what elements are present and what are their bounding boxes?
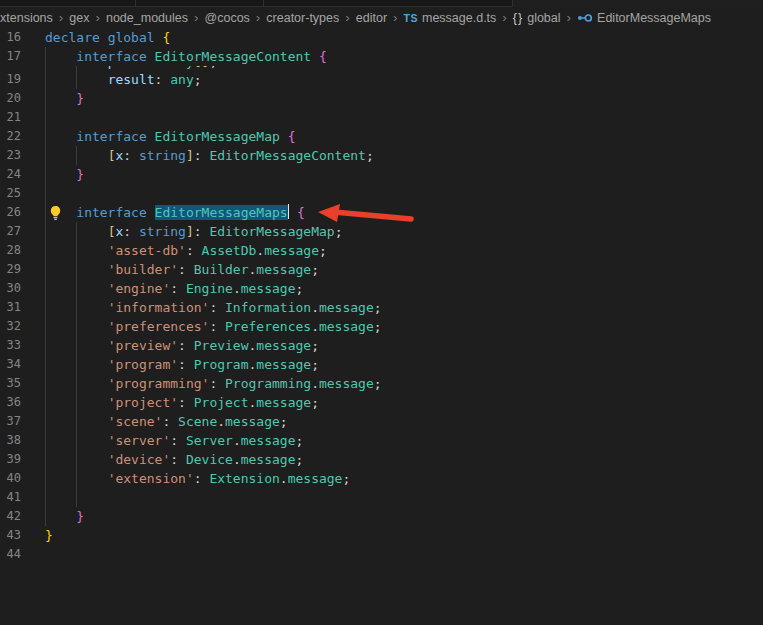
- code-text: 'extension': Extension.message;: [45, 469, 350, 488]
- line-number[interactable]: 37: [0, 412, 21, 431]
- code-line[interactable]: 43}: [0, 526, 763, 545]
- line-number[interactable]: 17: [0, 47, 21, 66]
- line-number[interactable]: 34: [0, 355, 21, 374]
- indent-guide: [76, 488, 77, 507]
- breadcrumb: xtensions›gex›node_modules›@cocos›creato…: [0, 7, 763, 28]
- breadcrumb-item--cocos[interactable]: @cocos: [204, 11, 249, 25]
- breadcrumb-label: gex: [69, 11, 89, 25]
- editor-tab[interactable]: [135, 0, 263, 7]
- line-number[interactable]: 27: [0, 222, 21, 241]
- code-line[interactable]: 30 'engine': Engine.message;: [0, 279, 763, 298]
- editor-tab[interactable]: [263, 0, 513, 7]
- line-number[interactable]: 29: [0, 260, 21, 279]
- tab-separator: [512, 0, 513, 7]
- editor-tabs: [0, 0, 513, 7]
- code-line[interactable]: 38 'server': Server.message;: [0, 431, 763, 450]
- code-line[interactable]: 28 'asset-db': AssetDb.message;: [0, 241, 763, 260]
- line-number[interactable]: 33: [0, 336, 21, 355]
- code-editor[interactable]: 16declare global {17 interface EditorMes…: [0, 28, 763, 625]
- breadcrumb-item-message-d-ts[interactable]: TSmessage.d.ts: [404, 11, 497, 25]
- code-line[interactable]: 25: [0, 184, 763, 203]
- line-number[interactable]: 21: [0, 108, 21, 127]
- code-line[interactable]: 20 }: [0, 89, 763, 108]
- line-number[interactable]: 22: [0, 127, 21, 146]
- breadcrumb-label: @cocos: [204, 11, 249, 25]
- code-text: interface EditorMessageMap {: [45, 127, 295, 146]
- line-number[interactable]: 31: [0, 298, 21, 317]
- code-text: [x: string]: EditorMessageMap;: [45, 222, 342, 241]
- code-line[interactable]: 40 'extension': Extension.message;: [0, 469, 763, 488]
- code-line[interactable]: 17 interface EditorMessageContent {: [0, 47, 763, 66]
- breadcrumb-label: editor: [356, 11, 387, 25]
- code-line[interactable]: 24 }: [0, 165, 763, 184]
- breadcrumb-separator-icon: ›: [502, 11, 507, 25]
- breadcrumb-separator-icon: ›: [256, 11, 261, 25]
- code-text: 'device': Device.message;: [45, 450, 303, 469]
- breadcrumb-label: global: [527, 11, 560, 25]
- breadcrumb-label: EditorMessageMaps: [597, 11, 711, 25]
- code-text: }: [45, 89, 84, 108]
- breadcrumb-item-editor[interactable]: editor: [356, 11, 387, 25]
- line-number[interactable]: 26: [0, 203, 21, 222]
- breadcrumb-item-xtensions[interactable]: xtensions: [0, 11, 53, 25]
- line-number[interactable]: 16: [0, 28, 21, 47]
- code-text: 'scene': Scene.message;: [45, 412, 288, 431]
- code-line[interactable]: 29 'builder': Builder.message;: [0, 260, 763, 279]
- code-line[interactable]: 35 'programming': Programming.message;: [0, 374, 763, 393]
- breadcrumb-label: creator-types: [266, 11, 339, 25]
- quick-fix-lightbulb-icon[interactable]: [49, 205, 62, 221]
- line-number[interactable]: 28: [0, 241, 21, 260]
- line-number[interactable]: 36: [0, 393, 21, 412]
- breadcrumb-item-creator-types[interactable]: creator-types: [266, 11, 339, 25]
- code-line[interactable]: 34 'program': Program.message;: [0, 355, 763, 374]
- breadcrumb-label: xtensions: [0, 11, 53, 25]
- line-number[interactable]: 19: [0, 70, 21, 89]
- code-line[interactable]: 26 interface EditorMessageMaps {: [0, 203, 763, 222]
- code-line[interactable]: 21: [0, 108, 763, 127]
- code-line[interactable]: 42 }: [0, 507, 763, 526]
- line-number[interactable]: 35: [0, 374, 21, 393]
- breadcrumb-separator-icon: ›: [95, 11, 100, 25]
- code-line[interactable]: 22 interface EditorMessageMap {: [0, 127, 763, 146]
- code-line[interactable]: 27 [x: string]: EditorMessageMap;: [0, 222, 763, 241]
- line-number[interactable]: 24: [0, 165, 21, 184]
- line-number[interactable]: 39: [0, 450, 21, 469]
- breadcrumb-item-node-modules[interactable]: node_modules: [106, 11, 188, 25]
- line-number[interactable]: 20: [0, 89, 21, 108]
- code-line[interactable]: 44: [0, 545, 763, 564]
- code-line[interactable]: 33 'preview': Preview.message;: [0, 336, 763, 355]
- breadcrumb-label: node_modules: [106, 11, 188, 25]
- line-number[interactable]: 23: [0, 146, 21, 165]
- code-text: 'engine': Engine.message;: [45, 279, 303, 298]
- line-number[interactable]: 38: [0, 431, 21, 450]
- breadcrumb-item-global[interactable]: {}global: [513, 11, 561, 25]
- code-line[interactable]: 19 result: any;: [0, 70, 763, 89]
- line-number[interactable]: 42: [0, 507, 21, 526]
- code-line[interactable]: 23 [x: string]: EditorMessageContent;: [0, 146, 763, 165]
- code-line[interactable]: 36 'project': Project.message;: [0, 393, 763, 412]
- tab-separator: [263, 0, 264, 7]
- line-number[interactable]: 25: [0, 184, 21, 203]
- editor-tab[interactable]: [0, 0, 135, 7]
- line-number[interactable]: 40: [0, 469, 21, 488]
- code-line[interactable]: 32 'preferences': Preferences.message;: [0, 317, 763, 336]
- line-number[interactable]: 30: [0, 279, 21, 298]
- breadcrumb-separator-icon: ›: [59, 11, 64, 25]
- breadcrumb-label: message.d.ts: [422, 11, 496, 25]
- line-number[interactable]: 41: [0, 488, 21, 507]
- indent-guide: [45, 108, 46, 127]
- line-number[interactable]: 43: [0, 526, 21, 545]
- code-line[interactable]: 37 'scene': Scene.message;: [0, 412, 763, 431]
- code-line[interactable]: 31 'information': Information.message;: [0, 298, 763, 317]
- tab-separator: [135, 0, 136, 7]
- code-text: [x: string]: EditorMessageContent;: [45, 146, 374, 165]
- code-line[interactable]: 16declare global {: [0, 28, 763, 47]
- breadcrumb-separator-icon: ›: [194, 11, 199, 25]
- line-number[interactable]: 44: [0, 545, 21, 564]
- breadcrumb-item-gex[interactable]: gex: [69, 11, 89, 25]
- line-number[interactable]: 32: [0, 317, 21, 336]
- code-line[interactable]: 39 'device': Device.message;: [0, 450, 763, 469]
- breadcrumb-item-editormessagemaps[interactable]: EditorMessageMaps: [577, 10, 711, 26]
- code-text: 'information': Information.message;: [45, 298, 382, 317]
- code-line[interactable]: 41: [0, 488, 763, 507]
